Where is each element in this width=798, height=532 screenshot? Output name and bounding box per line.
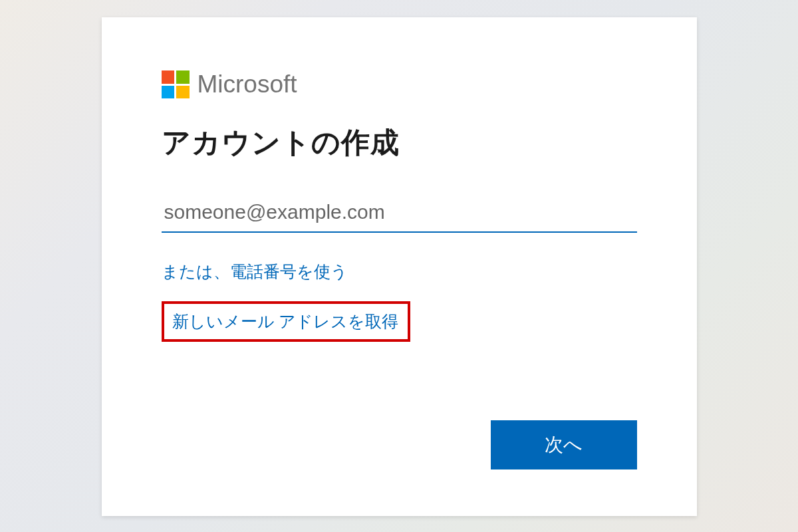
email-field[interactable] <box>162 197 637 233</box>
next-button[interactable]: 次へ <box>491 420 637 469</box>
annotation-highlight: 新しいメール アドレスを取得 <box>162 301 411 342</box>
page-title: アカウントの作成 <box>162 124 637 162</box>
signup-card: Microsoft アカウントの作成 または、電話番号を使う 新しいメール アド… <box>102 17 697 516</box>
get-new-email-link[interactable]: 新しいメール アドレスを取得 <box>172 312 399 331</box>
brand-row: Microsoft <box>162 70 637 98</box>
use-phone-link[interactable]: または、電話番号を使う <box>162 261 348 283</box>
microsoft-logo-icon <box>162 70 190 98</box>
brand-name: Microsoft <box>198 70 297 98</box>
